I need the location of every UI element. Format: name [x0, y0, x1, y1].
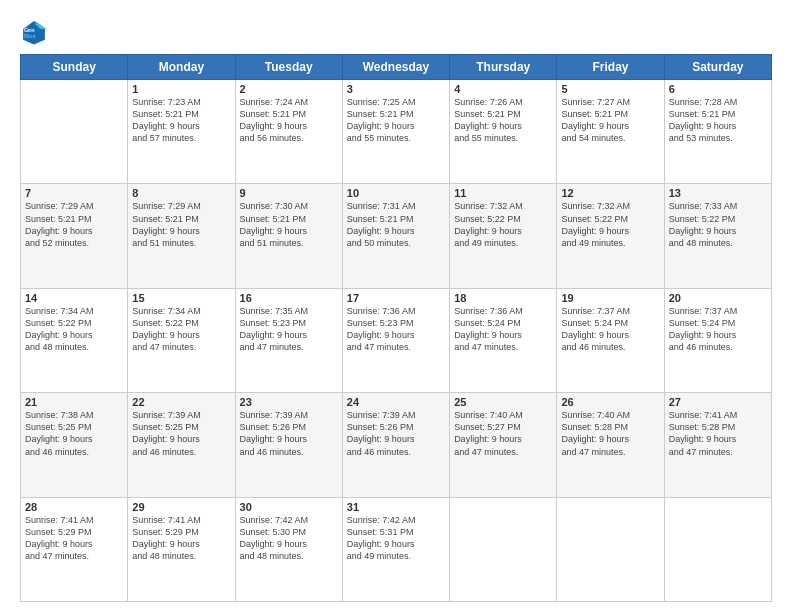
calendar-cell: 30Sunrise: 7:42 AMSunset: 5:30 PMDayligh… [235, 497, 342, 601]
day-info: Sunrise: 7:34 AMSunset: 5:22 PMDaylight:… [25, 305, 123, 354]
day-number: 2 [240, 83, 338, 95]
day-info: Sunrise: 7:41 AMSunset: 5:29 PMDaylight:… [25, 514, 123, 563]
calendar-cell: 14Sunrise: 7:34 AMSunset: 5:22 PMDayligh… [21, 288, 128, 392]
day-info: Sunrise: 7:25 AMSunset: 5:21 PMDaylight:… [347, 96, 445, 145]
day-number: 26 [561, 396, 659, 408]
calendar-cell: 11Sunrise: 7:32 AMSunset: 5:22 PMDayligh… [450, 184, 557, 288]
calendar-cell: 1Sunrise: 7:23 AMSunset: 5:21 PMDaylight… [128, 80, 235, 184]
calendar-cell: 3Sunrise: 7:25 AMSunset: 5:21 PMDaylight… [342, 80, 449, 184]
calendar-cell: 31Sunrise: 7:42 AMSunset: 5:31 PMDayligh… [342, 497, 449, 601]
calendar-cell: 17Sunrise: 7:36 AMSunset: 5:23 PMDayligh… [342, 288, 449, 392]
calendar-cell: 23Sunrise: 7:39 AMSunset: 5:26 PMDayligh… [235, 393, 342, 497]
calendar-cell: 20Sunrise: 7:37 AMSunset: 5:24 PMDayligh… [664, 288, 771, 392]
calendar-cell: 8Sunrise: 7:29 AMSunset: 5:21 PMDaylight… [128, 184, 235, 288]
day-number: 4 [454, 83, 552, 95]
calendar-cell: 4Sunrise: 7:26 AMSunset: 5:21 PMDaylight… [450, 80, 557, 184]
day-number: 17 [347, 292, 445, 304]
calendar-cell: 16Sunrise: 7:35 AMSunset: 5:23 PMDayligh… [235, 288, 342, 392]
calendar-week-row: 21Sunrise: 7:38 AMSunset: 5:25 PMDayligh… [21, 393, 772, 497]
calendar-cell: 15Sunrise: 7:34 AMSunset: 5:22 PMDayligh… [128, 288, 235, 392]
calendar-header-sunday: Sunday [21, 55, 128, 80]
calendar-cell: 19Sunrise: 7:37 AMSunset: 5:24 PMDayligh… [557, 288, 664, 392]
day-info: Sunrise: 7:28 AMSunset: 5:21 PMDaylight:… [669, 96, 767, 145]
day-info: Sunrise: 7:30 AMSunset: 5:21 PMDaylight:… [240, 200, 338, 249]
day-info: Sunrise: 7:39 AMSunset: 5:25 PMDaylight:… [132, 409, 230, 458]
day-info: Sunrise: 7:24 AMSunset: 5:21 PMDaylight:… [240, 96, 338, 145]
day-number: 13 [669, 187, 767, 199]
calendar-week-row: 7Sunrise: 7:29 AMSunset: 5:21 PMDaylight… [21, 184, 772, 288]
logo-icon: Gen Blue [20, 18, 48, 46]
day-info: Sunrise: 7:37 AMSunset: 5:24 PMDaylight:… [669, 305, 767, 354]
day-number: 11 [454, 187, 552, 199]
calendar-cell: 22Sunrise: 7:39 AMSunset: 5:25 PMDayligh… [128, 393, 235, 497]
day-number: 7 [25, 187, 123, 199]
calendar-cell: 10Sunrise: 7:31 AMSunset: 5:21 PMDayligh… [342, 184, 449, 288]
calendar-cell: 9Sunrise: 7:30 AMSunset: 5:21 PMDaylight… [235, 184, 342, 288]
day-info: Sunrise: 7:40 AMSunset: 5:28 PMDaylight:… [561, 409, 659, 458]
day-number: 20 [669, 292, 767, 304]
day-number: 19 [561, 292, 659, 304]
calendar-cell: 2Sunrise: 7:24 AMSunset: 5:21 PMDaylight… [235, 80, 342, 184]
page: Gen Blue SundayMondayTuesdayWednesdayThu… [0, 0, 792, 612]
day-number: 14 [25, 292, 123, 304]
calendar-cell: 26Sunrise: 7:40 AMSunset: 5:28 PMDayligh… [557, 393, 664, 497]
calendar-cell: 28Sunrise: 7:41 AMSunset: 5:29 PMDayligh… [21, 497, 128, 601]
day-info: Sunrise: 7:31 AMSunset: 5:21 PMDaylight:… [347, 200, 445, 249]
day-number: 8 [132, 187, 230, 199]
day-info: Sunrise: 7:40 AMSunset: 5:27 PMDaylight:… [454, 409, 552, 458]
calendar-week-row: 28Sunrise: 7:41 AMSunset: 5:29 PMDayligh… [21, 497, 772, 601]
day-number: 12 [561, 187, 659, 199]
day-info: Sunrise: 7:34 AMSunset: 5:22 PMDaylight:… [132, 305, 230, 354]
calendar-header-wednesday: Wednesday [342, 55, 449, 80]
day-number: 3 [347, 83, 445, 95]
svg-text:Gen: Gen [24, 27, 35, 33]
calendar-cell: 12Sunrise: 7:32 AMSunset: 5:22 PMDayligh… [557, 184, 664, 288]
day-info: Sunrise: 7:41 AMSunset: 5:28 PMDaylight:… [669, 409, 767, 458]
day-number: 9 [240, 187, 338, 199]
day-number: 25 [454, 396, 552, 408]
day-number: 15 [132, 292, 230, 304]
day-number: 22 [132, 396, 230, 408]
day-info: Sunrise: 7:23 AMSunset: 5:21 PMDaylight:… [132, 96, 230, 145]
day-number: 28 [25, 501, 123, 513]
calendar-header-friday: Friday [557, 55, 664, 80]
day-number: 6 [669, 83, 767, 95]
day-number: 16 [240, 292, 338, 304]
logo: Gen Blue [20, 18, 52, 46]
header: Gen Blue [20, 18, 772, 46]
calendar-cell: 7Sunrise: 7:29 AMSunset: 5:21 PMDaylight… [21, 184, 128, 288]
day-info: Sunrise: 7:39 AMSunset: 5:26 PMDaylight:… [240, 409, 338, 458]
calendar-cell [664, 497, 771, 601]
calendar-table: SundayMondayTuesdayWednesdayThursdayFrid… [20, 54, 772, 602]
day-number: 30 [240, 501, 338, 513]
day-info: Sunrise: 7:32 AMSunset: 5:22 PMDaylight:… [561, 200, 659, 249]
calendar-cell [21, 80, 128, 184]
day-info: Sunrise: 7:36 AMSunset: 5:24 PMDaylight:… [454, 305, 552, 354]
day-number: 5 [561, 83, 659, 95]
svg-text:Blue: Blue [24, 33, 36, 39]
calendar-week-row: 14Sunrise: 7:34 AMSunset: 5:22 PMDayligh… [21, 288, 772, 392]
day-number: 24 [347, 396, 445, 408]
day-info: Sunrise: 7:26 AMSunset: 5:21 PMDaylight:… [454, 96, 552, 145]
calendar-cell: 18Sunrise: 7:36 AMSunset: 5:24 PMDayligh… [450, 288, 557, 392]
calendar-header-monday: Monday [128, 55, 235, 80]
calendar-cell: 13Sunrise: 7:33 AMSunset: 5:22 PMDayligh… [664, 184, 771, 288]
calendar-cell: 25Sunrise: 7:40 AMSunset: 5:27 PMDayligh… [450, 393, 557, 497]
day-info: Sunrise: 7:39 AMSunset: 5:26 PMDaylight:… [347, 409, 445, 458]
day-info: Sunrise: 7:38 AMSunset: 5:25 PMDaylight:… [25, 409, 123, 458]
calendar-header-thursday: Thursday [450, 55, 557, 80]
calendar-header-tuesday: Tuesday [235, 55, 342, 80]
calendar-cell: 24Sunrise: 7:39 AMSunset: 5:26 PMDayligh… [342, 393, 449, 497]
calendar-cell [450, 497, 557, 601]
day-info: Sunrise: 7:27 AMSunset: 5:21 PMDaylight:… [561, 96, 659, 145]
day-info: Sunrise: 7:29 AMSunset: 5:21 PMDaylight:… [25, 200, 123, 249]
day-number: 18 [454, 292, 552, 304]
day-number: 23 [240, 396, 338, 408]
calendar-header-row: SundayMondayTuesdayWednesdayThursdayFrid… [21, 55, 772, 80]
calendar-cell: 6Sunrise: 7:28 AMSunset: 5:21 PMDaylight… [664, 80, 771, 184]
day-info: Sunrise: 7:33 AMSunset: 5:22 PMDaylight:… [669, 200, 767, 249]
day-info: Sunrise: 7:41 AMSunset: 5:29 PMDaylight:… [132, 514, 230, 563]
calendar-cell [557, 497, 664, 601]
day-number: 27 [669, 396, 767, 408]
calendar-cell: 29Sunrise: 7:41 AMSunset: 5:29 PMDayligh… [128, 497, 235, 601]
